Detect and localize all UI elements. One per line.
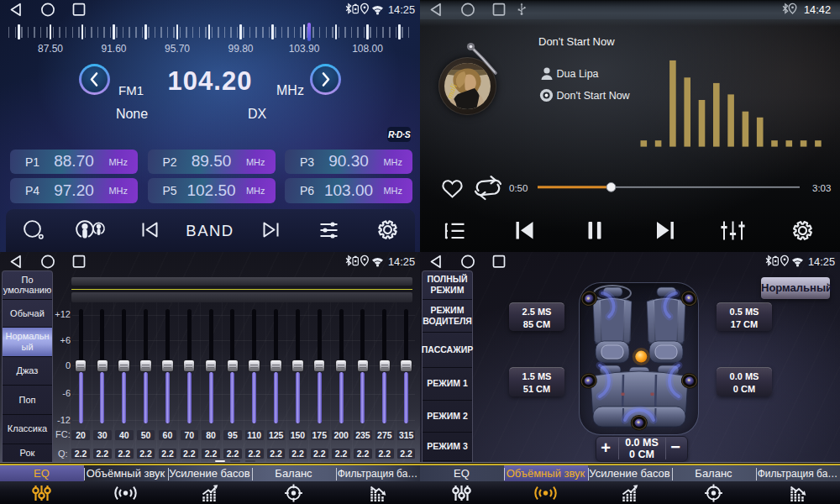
svg-text:0:50: 0:50 bbox=[509, 183, 528, 193]
svg-text:14:25: 14:25 bbox=[388, 3, 415, 16]
svg-text:14:25: 14:25 bbox=[808, 255, 835, 268]
svg-text:3:03: 3:03 bbox=[812, 183, 831, 193]
svg-text:BAND: BAND bbox=[186, 222, 234, 239]
svg-text:14:25: 14:25 bbox=[388, 255, 415, 268]
